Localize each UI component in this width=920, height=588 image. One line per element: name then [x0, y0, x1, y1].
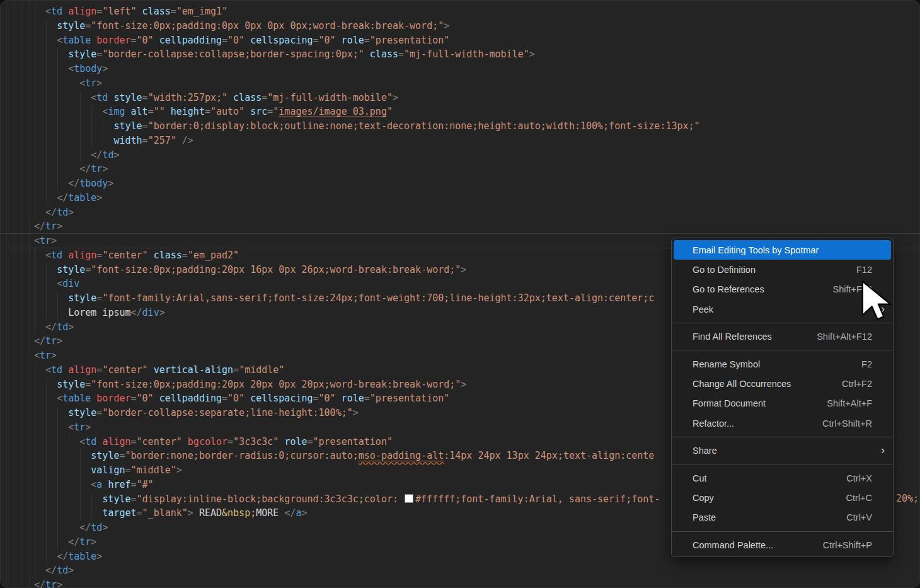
indent-guide: [57, 91, 58, 105]
code-line[interactable]: </tbody>: [0, 176, 920, 191]
indent-guide: [69, 449, 69, 463]
code-line[interactable]: </tr>: [0, 578, 920, 588]
indent-guide: [80, 506, 81, 521]
indent-guide: [57, 105, 58, 119]
indent-guide: [35, 363, 35, 378]
indent-guide: [46, 420, 47, 435]
menu-item-cut[interactable]: CutCtrl+X: [674, 468, 891, 488]
code-line[interactable]: style="border-collapse:collapse;border-s…: [0, 47, 920, 62]
indent-guide: [69, 119, 69, 134]
menu-item-format-document[interactable]: Format DocumentShift+Alt+F: [674, 394, 891, 413]
indent-guide: [80, 463, 81, 478]
indent-guide: [35, 506, 35, 521]
menu-separator: [672, 350, 893, 350]
color-swatch[interactable]: [405, 494, 413, 503]
indent-guide: [46, 435, 47, 449]
menu-item-label: Format Document: [693, 398, 814, 408]
indent-guide: [46, 263, 47, 277]
menu-item-shortcut: Ctrl+X: [846, 473, 872, 483]
menu-item-refactor[interactable]: Refactor...Ctrl+Shift+R: [674, 413, 891, 433]
indent-guide: [80, 91, 81, 105]
indent-guide: [57, 449, 58, 463]
indent-guide: [46, 119, 47, 134]
menu-item-find-all-references[interactable]: Find All ReferencesShift+Alt+F12: [674, 327, 891, 347]
menu-item-shortcut: Ctrl+Shift+P: [823, 540, 872, 550]
indent-guide: [57, 435, 58, 449]
code-line[interactable]: </td>: [0, 563, 920, 578]
context-menu: Email Editing Tools by SpotmarGo to Defi…: [671, 238, 894, 557]
code-line[interactable]: width="257" />: [0, 134, 920, 148]
code-line[interactable]: <table border="0" cellpadding="0" cellsp…: [0, 33, 920, 48]
indent-guide: [46, 406, 47, 420]
indent-guide: [80, 134, 81, 148]
indent-guide: [35, 391, 35, 406]
menu-item-shortcut: Ctrl+Shift+R: [822, 418, 872, 429]
code-line[interactable]: </td>: [0, 148, 920, 163]
code-line[interactable]: <tr>: [0, 76, 920, 91]
indent-guide: [35, 119, 35, 134]
indent-guide: [57, 521, 58, 535]
indent-guide: [46, 134, 47, 148]
code-line[interactable]: </table>: [0, 191, 920, 205]
indent-guide: [46, 191, 47, 205]
indent-guide: [35, 176, 35, 191]
indent-guide: [57, 76, 58, 91]
indent-guide: [46, 306, 47, 320]
vscode-editor-window: <td align="left" class="em_img1" style="…: [0, 0, 920, 588]
indent-guide: [57, 478, 58, 492]
indent-guide: [46, 176, 47, 191]
code-line[interactable]: </tr>: [0, 162, 920, 176]
menu-item-shortcut: Shift+Alt+F12: [817, 331, 872, 342]
indent-guide: [91, 105, 92, 119]
menu-item-command-palette[interactable]: Command Palette...Ctrl+Shift+P: [674, 535, 891, 555]
indent-guide: [35, 105, 35, 119]
indent-guide: [57, 162, 58, 176]
menu-item-label: Peek: [693, 304, 872, 314]
menu-item-go-to-references[interactable]: Go to ReferencesShift+F12: [674, 280, 891, 299]
menu-separator: [672, 531, 893, 532]
indent-guide: [35, 62, 35, 76]
menu-item-change-all-occurrences[interactable]: Change All OccurrencesCtrl+F2: [674, 374, 891, 393]
indent-guide: [103, 119, 103, 134]
indent-guide: [35, 420, 35, 435]
indent-guide: [35, 435, 35, 449]
code-line[interactable]: style="font-size:0px;padding:0px 0px 0px…: [0, 19, 920, 33]
code-line[interactable]: <td align="left" class="em_img1": [0, 4, 920, 19]
indent-guide: [35, 191, 35, 205]
indent-guide: [46, 162, 47, 176]
indent-guide: [46, 492, 47, 507]
indent-guide: [57, 47, 58, 62]
indent-guide: [35, 263, 35, 277]
menu-item-shortcut: F12: [856, 265, 872, 275]
menu-item-label: Refactor...: [693, 418, 810, 429]
menu-item-label: Find All References: [693, 331, 804, 342]
menu-item-copy[interactable]: CopyCtrl+C: [674, 488, 891, 507]
menu-item-rename-symbol[interactable]: Rename SymbolF2: [674, 354, 891, 374]
menu-item-email-editing-tools-by-spotmar[interactable]: Email Editing Tools by Spotmar: [674, 240, 891, 260]
indent-guide: [35, 521, 35, 535]
menu-item-go-to-definition[interactable]: Go to DefinitionF12: [674, 260, 891, 279]
code-line[interactable]: </tr>: [0, 219, 920, 234]
code-line[interactable]: style="border:0;display:block;outline:no…: [0, 119, 920, 134]
indent-guide: [80, 148, 81, 163]
code-line[interactable]: <td style="width:257px;" class="mj-full-…: [0, 91, 920, 105]
indent-guide: [35, 33, 35, 48]
menu-item-peek[interactable]: Peek›: [674, 299, 891, 319]
menu-separator: [672, 437, 893, 437]
menu-item-label: Paste: [693, 512, 834, 522]
menu-item-paste[interactable]: PasteCtrl+V: [674, 508, 891, 527]
indent-guide: [35, 277, 35, 291]
menu-item-share[interactable]: Share›: [674, 441, 891, 461]
indent-guide: [46, 378, 47, 392]
indent-guide: [57, 148, 58, 163]
menu-item-label: Share: [693, 446, 872, 456]
code-line[interactable]: </td>: [0, 205, 920, 220]
indent-guide: [69, 162, 69, 176]
submenu-chevron-icon: ›: [881, 444, 885, 456]
code-line[interactable]: <tbody>: [0, 62, 920, 76]
indent-guide: [69, 105, 69, 119]
code-line[interactable]: <img alt="" height="auto" src="images/im…: [0, 105, 920, 119]
indent-guide: [91, 134, 92, 148]
indent-guide: [35, 449, 35, 463]
menu-item-shortcut: F2: [861, 359, 872, 369]
